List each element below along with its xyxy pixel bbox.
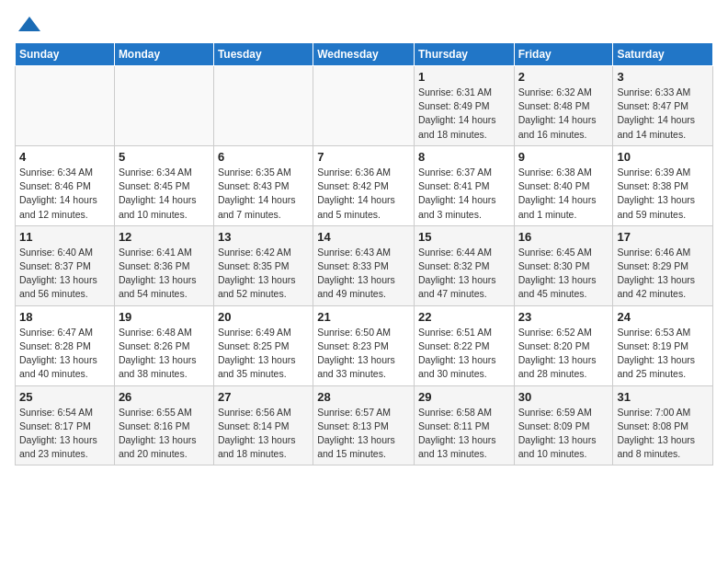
weekday-header: Friday	[514, 43, 613, 66]
day-info: Sunrise: 6:31 AM Sunset: 8:49 PM Dayligh…	[418, 86, 510, 142]
calendar-day-cell: 8Sunrise: 6:37 AM Sunset: 8:41 PM Daylig…	[414, 145, 514, 225]
calendar-day-cell: 2Sunrise: 6:32 AM Sunset: 8:48 PM Daylig…	[514, 66, 613, 146]
logo	[15, 15, 42, 31]
calendar-day-cell: 30Sunrise: 6:59 AM Sunset: 8:09 PM Dayli…	[514, 385, 613, 465]
calendar-week-row: 4Sunrise: 6:34 AM Sunset: 8:46 PM Daylig…	[16, 145, 713, 225]
calendar-day-cell: 28Sunrise: 6:57 AM Sunset: 8:13 PM Dayli…	[313, 385, 415, 465]
calendar-day-cell: 12Sunrise: 6:41 AM Sunset: 8:36 PM Dayli…	[114, 225, 213, 305]
day-info: Sunrise: 6:42 AM Sunset: 8:35 PM Dayligh…	[218, 246, 309, 302]
day-number: 1	[418, 70, 510, 84]
day-number: 17	[617, 230, 709, 244]
day-info: Sunrise: 6:53 AM Sunset: 8:19 PM Dayligh…	[617, 326, 709, 382]
day-number: 23	[518, 310, 609, 324]
day-number: 6	[218, 150, 309, 164]
day-info: Sunrise: 6:41 AM Sunset: 8:36 PM Dayligh…	[119, 246, 210, 302]
calendar-day-cell	[16, 66, 115, 146]
calendar-day-cell: 25Sunrise: 6:54 AM Sunset: 8:17 PM Dayli…	[16, 385, 115, 465]
day-info: Sunrise: 6:59 AM Sunset: 8:09 PM Dayligh…	[518, 406, 609, 462]
calendar-day-cell: 17Sunrise: 6:46 AM Sunset: 8:29 PM Dayli…	[613, 225, 713, 305]
calendar-day-cell: 1Sunrise: 6:31 AM Sunset: 8:49 PM Daylig…	[414, 66, 514, 146]
calendar-day-cell: 4Sunrise: 6:34 AM Sunset: 8:46 PM Daylig…	[16, 145, 115, 225]
calendar-day-cell: 21Sunrise: 6:50 AM Sunset: 8:23 PM Dayli…	[313, 305, 415, 385]
calendar-day-cell: 20Sunrise: 6:49 AM Sunset: 8:25 PM Dayli…	[213, 305, 313, 385]
logo-icon	[17, 15, 42, 35]
day-info: Sunrise: 6:55 AM Sunset: 8:16 PM Dayligh…	[119, 406, 210, 462]
day-number: 24	[617, 310, 709, 324]
calendar-day-cell: 9Sunrise: 6:38 AM Sunset: 8:40 PM Daylig…	[514, 145, 613, 225]
svg-marker-0	[18, 17, 40, 31]
day-number: 8	[418, 150, 510, 164]
day-info: Sunrise: 6:51 AM Sunset: 8:22 PM Dayligh…	[418, 326, 510, 382]
weekday-header: Wednesday	[313, 43, 415, 66]
day-number: 29	[418, 390, 510, 404]
day-number: 19	[119, 310, 210, 324]
calendar-day-cell: 31Sunrise: 7:00 AM Sunset: 8:08 PM Dayli…	[613, 385, 713, 465]
calendar-day-cell: 6Sunrise: 6:35 AM Sunset: 8:43 PM Daylig…	[213, 145, 313, 225]
day-info: Sunrise: 6:50 AM Sunset: 8:23 PM Dayligh…	[317, 326, 410, 382]
calendar-day-cell: 5Sunrise: 6:34 AM Sunset: 8:45 PM Daylig…	[114, 145, 213, 225]
calendar-day-cell: 23Sunrise: 6:52 AM Sunset: 8:20 PM Dayli…	[514, 305, 613, 385]
calendar-day-cell: 11Sunrise: 6:40 AM Sunset: 8:37 PM Dayli…	[16, 225, 115, 305]
day-number: 14	[317, 230, 410, 244]
day-info: Sunrise: 6:47 AM Sunset: 8:28 PM Dayligh…	[19, 326, 110, 382]
weekday-header: Saturday	[613, 43, 713, 66]
day-info: Sunrise: 6:52 AM Sunset: 8:20 PM Dayligh…	[518, 326, 609, 382]
day-info: Sunrise: 6:43 AM Sunset: 8:33 PM Dayligh…	[317, 246, 410, 302]
calendar-week-row: 25Sunrise: 6:54 AM Sunset: 8:17 PM Dayli…	[16, 385, 713, 465]
day-number: 13	[218, 230, 309, 244]
weekday-header: Tuesday	[213, 43, 313, 66]
day-number: 18	[19, 310, 110, 324]
calendar-day-cell: 29Sunrise: 6:58 AM Sunset: 8:11 PM Dayli…	[414, 385, 514, 465]
day-number: 16	[518, 230, 609, 244]
weekday-header-row: SundayMondayTuesdayWednesdayThursdayFrid…	[16, 43, 713, 66]
day-number: 9	[518, 150, 609, 164]
calendar-day-cell: 26Sunrise: 6:55 AM Sunset: 8:16 PM Dayli…	[114, 385, 213, 465]
calendar-day-cell: 10Sunrise: 6:39 AM Sunset: 8:38 PM Dayli…	[613, 145, 713, 225]
day-number: 5	[119, 150, 210, 164]
day-number: 26	[119, 390, 210, 404]
calendar-day-cell: 14Sunrise: 6:43 AM Sunset: 8:33 PM Dayli…	[313, 225, 415, 305]
day-info: Sunrise: 6:32 AM Sunset: 8:48 PM Dayligh…	[518, 86, 609, 142]
day-info: Sunrise: 6:36 AM Sunset: 8:42 PM Dayligh…	[317, 166, 410, 222]
day-info: Sunrise: 6:45 AM Sunset: 8:30 PM Dayligh…	[518, 246, 609, 302]
calendar-day-cell: 27Sunrise: 6:56 AM Sunset: 8:14 PM Dayli…	[213, 385, 313, 465]
day-number: 22	[418, 310, 510, 324]
day-number: 15	[418, 230, 510, 244]
day-info: Sunrise: 6:49 AM Sunset: 8:25 PM Dayligh…	[218, 326, 309, 382]
calendar-day-cell: 7Sunrise: 6:36 AM Sunset: 8:42 PM Daylig…	[313, 145, 415, 225]
day-number: 21	[317, 310, 410, 324]
day-number: 27	[218, 390, 309, 404]
calendar-day-cell	[313, 66, 415, 146]
calendar-week-row: 11Sunrise: 6:40 AM Sunset: 8:37 PM Dayli…	[16, 225, 713, 305]
calendar-day-cell: 18Sunrise: 6:47 AM Sunset: 8:28 PM Dayli…	[16, 305, 115, 385]
day-info: Sunrise: 6:44 AM Sunset: 8:32 PM Dayligh…	[418, 246, 510, 302]
day-info: Sunrise: 6:48 AM Sunset: 8:26 PM Dayligh…	[119, 326, 210, 382]
weekday-header: Monday	[114, 43, 213, 66]
calendar-day-cell: 24Sunrise: 6:53 AM Sunset: 8:19 PM Dayli…	[613, 305, 713, 385]
page-header	[15, 15, 713, 31]
weekday-header: Thursday	[414, 43, 514, 66]
day-info: Sunrise: 6:58 AM Sunset: 8:11 PM Dayligh…	[418, 406, 510, 462]
day-number: 12	[119, 230, 210, 244]
calendar-week-row: 1Sunrise: 6:31 AM Sunset: 8:49 PM Daylig…	[16, 66, 713, 146]
calendar-day-cell: 22Sunrise: 6:51 AM Sunset: 8:22 PM Dayli…	[414, 305, 514, 385]
day-info: Sunrise: 6:33 AM Sunset: 8:47 PM Dayligh…	[617, 86, 709, 142]
calendar-day-cell: 13Sunrise: 6:42 AM Sunset: 8:35 PM Dayli…	[213, 225, 313, 305]
calendar-week-row: 18Sunrise: 6:47 AM Sunset: 8:28 PM Dayli…	[16, 305, 713, 385]
calendar-day-cell: 19Sunrise: 6:48 AM Sunset: 8:26 PM Dayli…	[114, 305, 213, 385]
day-info: Sunrise: 6:54 AM Sunset: 8:17 PM Dayligh…	[19, 406, 110, 462]
weekday-header: Sunday	[16, 43, 115, 66]
day-info: Sunrise: 7:00 AM Sunset: 8:08 PM Dayligh…	[617, 406, 709, 462]
day-info: Sunrise: 6:34 AM Sunset: 8:46 PM Dayligh…	[19, 166, 110, 222]
day-info: Sunrise: 6:39 AM Sunset: 8:38 PM Dayligh…	[617, 166, 709, 222]
day-number: 11	[19, 230, 110, 244]
day-info: Sunrise: 6:37 AM Sunset: 8:41 PM Dayligh…	[418, 166, 510, 222]
day-info: Sunrise: 6:34 AM Sunset: 8:45 PM Dayligh…	[119, 166, 210, 222]
day-info: Sunrise: 6:40 AM Sunset: 8:37 PM Dayligh…	[19, 246, 110, 302]
calendar-day-cell	[213, 66, 313, 146]
day-info: Sunrise: 6:57 AM Sunset: 8:13 PM Dayligh…	[317, 406, 410, 462]
day-number: 25	[19, 390, 110, 404]
day-number: 10	[617, 150, 709, 164]
day-number: 20	[218, 310, 309, 324]
day-number: 30	[518, 390, 609, 404]
